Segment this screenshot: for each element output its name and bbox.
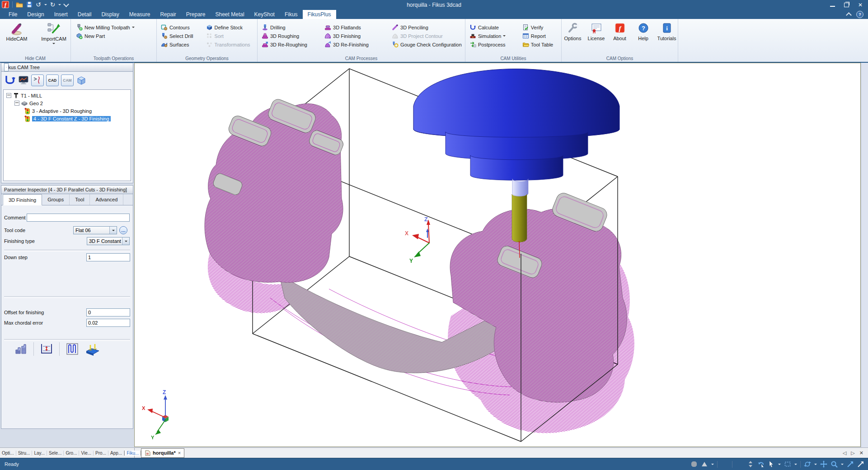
tab-nav-close-icon[interactable]: ✕	[859, 450, 863, 456]
license-button[interactable]: License	[586, 22, 607, 41]
panel-tab-properties[interactable]: Pro...	[94, 451, 108, 456]
tutorials-button[interactable]: i Tutorials	[656, 22, 678, 41]
tab-insert[interactable]: Insert	[49, 10, 73, 19]
measure-arrow-icon[interactable]	[847, 461, 854, 468]
verify-button[interactable]: Verify	[521, 23, 561, 32]
combo-arrow[interactable]	[122, 237, 129, 245]
screen-icon[interactable]	[18, 75, 29, 85]
define-stock-button[interactable]: Define Stock	[205, 23, 257, 32]
panel-tab-groups[interactable]: Gro...	[64, 451, 79, 456]
tab-repair[interactable]: Repair	[155, 10, 181, 19]
tab-detail[interactable]: Detail	[73, 10, 97, 19]
undo-dropdown[interactable]	[44, 4, 47, 7]
tab-fikus[interactable]: Fikus	[280, 10, 303, 19]
3d-penciling-button[interactable]: 3D Penciling	[390, 23, 465, 32]
marquee-select-icon[interactable]	[784, 461, 791, 468]
tab-sheet-metal[interactable]: Sheet Metal	[211, 10, 249, 19]
tool-code-select[interactable]: Flat 06	[73, 226, 117, 234]
importcam-button[interactable]: ImportCAM	[38, 21, 70, 46]
tab-groups[interactable]: Groups	[42, 194, 70, 205]
tab-prepare[interactable]: Prepare	[181, 10, 211, 19]
tree-item-t1-mill[interactable]: T1 - MILL	[4, 92, 131, 99]
undo-select-cursor-icon[interactable]	[757, 461, 765, 468]
postprocess-button[interactable]: Postprocess	[468, 40, 521, 49]
3d-roughing-button[interactable]: 3D Roughing	[260, 32, 323, 40]
fikus-cam-icon[interactable]	[4, 75, 16, 86]
pin-icon[interactable]	[4, 63, 9, 71]
tree-item-geo-2[interactable]: Geo 2	[4, 99, 131, 107]
restore-button[interactable]	[844, 3, 849, 7]
document-tab-horquilla[interactable]: horquilla* ×	[141, 448, 184, 458]
combo-arrow[interactable]	[109, 227, 117, 234]
importcam-dropdown[interactable]	[52, 43, 55, 46]
zoom-icon[interactable]	[830, 461, 838, 468]
cad-view-button[interactable]: CAD	[46, 74, 59, 86]
orbit-dropdown[interactable]	[814, 464, 817, 466]
tab-fikusplus[interactable]: FikusPlus	[303, 10, 336, 19]
tab-measure[interactable]: Measure	[124, 10, 155, 19]
new-part-button[interactable]: New Part	[75, 32, 155, 40]
document-close-icon[interactable]: ×	[178, 450, 181, 456]
tab-advanced[interactable]: Advanced	[90, 194, 123, 205]
report-button[interactable]: Report	[521, 32, 561, 40]
machining-part-icon[interactable]	[85, 342, 100, 356]
tab-keyshot[interactable]: KeyShot	[249, 10, 280, 19]
collapse-toggle[interactable]	[14, 101, 19, 106]
close-button[interactable]: ✕	[858, 2, 863, 8]
collapse-toggle[interactable]	[6, 93, 11, 98]
tool-browse-button[interactable]: …	[119, 226, 127, 234]
tool-table-button[interactable]: Tool Table	[521, 40, 561, 49]
annotate-arrow-icon[interactable]	[857, 461, 864, 468]
tab-3d-finishing[interactable]: 3D Finishing	[3, 194, 42, 205]
about-button[interactable]: f About	[609, 22, 631, 41]
save-icon[interactable]	[26, 1, 33, 8]
marquee-dropdown[interactable]	[794, 464, 797, 466]
simulation-button[interactable]: Simulation	[468, 32, 521, 40]
tab-design[interactable]: Design	[22, 10, 49, 19]
tab-display[interactable]: Display	[96, 10, 124, 19]
redo-icon[interactable]: ↻	[50, 1, 56, 8]
simulation-dropdown[interactable]	[503, 35, 506, 38]
zigzag-pattern-icon[interactable]	[66, 342, 79, 356]
select-drill-button[interactable]: Select Drill	[160, 32, 205, 40]
panel-tab-structure[interactable]: Stru...	[16, 451, 33, 456]
down-step-input[interactable]	[86, 253, 130, 261]
select-dropdown[interactable]	[778, 464, 781, 466]
surfaces-button[interactable]: Surfaces	[160, 40, 205, 49]
depth-limits-icon[interactable]	[40, 342, 53, 356]
help-button[interactable]: ? Help	[633, 22, 654, 41]
pan-icon[interactable]	[820, 461, 827, 468]
help-icon[interactable]: ?	[856, 11, 863, 18]
panel-tab-options[interactable]: Opti...	[0, 451, 16, 456]
open-folder-icon[interactable]	[16, 1, 23, 8]
viewport-3d[interactable]: Z X Y Z X Y	[134, 63, 861, 447]
tree-item-roughing[interactable]: 3 - Adaptive - 3D Roughing	[4, 107, 131, 115]
offset-finishing-input[interactable]	[86, 308, 130, 316]
scroll-arrows-icon[interactable]	[747, 461, 754, 468]
tab-tool[interactable]: Tool	[70, 194, 90, 205]
options-button[interactable]: Options	[562, 22, 584, 41]
hidecam-button[interactable]: HideCAM	[1, 21, 33, 46]
tab-nav-prev-icon[interactable]: ◁	[843, 450, 846, 456]
gouge-check-configuration-button[interactable]: Gouge Check Configuration	[390, 40, 465, 49]
contours-button[interactable]: Contours	[160, 23, 205, 32]
calculate-button[interactable]: Calculate	[468, 23, 521, 32]
panel-tab-views[interactable]: Vie...	[79, 451, 94, 456]
new-milling-toolpath-dropdown[interactable]	[132, 27, 135, 29]
3d-re-finishing-button[interactable]: 3D Re-Finishing	[323, 40, 390, 49]
redo-dropdown[interactable]	[58, 4, 61, 7]
3d-flatlands-button[interactable]: 3D Flatlands	[323, 23, 390, 32]
layer-triangle-icon[interactable]	[701, 461, 708, 468]
undo-icon[interactable]: ↺	[36, 1, 41, 8]
stock-box-icon[interactable]	[76, 75, 87, 85]
select-cursor-icon[interactable]	[768, 461, 775, 468]
collapse-ribbon-icon[interactable]	[846, 12, 852, 18]
stop-octagon-icon[interactable]	[690, 461, 698, 468]
panel-tab-apps[interactable]: App...	[108, 451, 124, 456]
tree-item-finishing[interactable]: 4 - 3D F Constant Z - 3D Finishing	[4, 115, 131, 122]
tab-nav-next-icon[interactable]: ▷	[851, 450, 854, 456]
cam-view-button[interactable]: CAM	[61, 74, 74, 86]
3d-re-roughing-button[interactable]: 3D Re-Roughing	[260, 40, 323, 49]
panel-tab-layers[interactable]: Lay...	[32, 451, 47, 456]
panel-tab-selection[interactable]: Sele...	[47, 451, 64, 456]
